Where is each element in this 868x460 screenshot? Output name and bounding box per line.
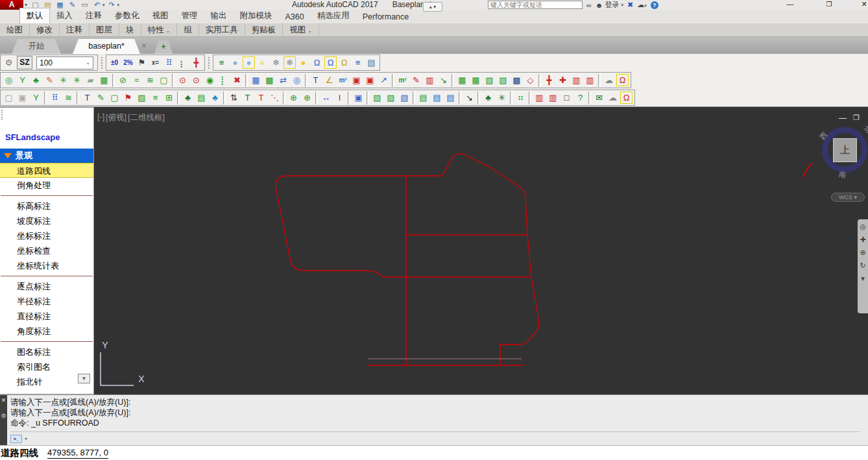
palette-item-坐标标注[interactable]: 坐标标注	[0, 228, 93, 243]
toolbar-icon[interactable]: ⇅	[227, 91, 241, 104]
ribbon-panel-修改[interactable]: 修改	[30, 23, 60, 37]
toolbar-icon[interactable]: ≈	[130, 73, 143, 87]
toolbar-icon[interactable]: T	[241, 91, 254, 104]
toolbar-icon[interactable]: Ω	[616, 73, 629, 87]
ribbon-panel-块[interactable]: 块	[119, 23, 141, 37]
ribbon-panel-组[interactable]: 组	[177, 23, 199, 37]
ribbon-tab-插入[interactable]: 插入	[50, 8, 79, 23]
ribbon-tab-附加模块[interactable]: 附加模块	[234, 8, 279, 23]
toolbar-icon[interactable]: ▥	[583, 73, 597, 87]
drawing-window-minimize-icon[interactable]: —	[839, 114, 847, 123]
drawing-window-restore-icon[interactable]: ❐	[853, 114, 860, 122]
toolbar-icon[interactable]: ▤	[444, 91, 457, 104]
app-menu-caret-icon[interactable]: ▾	[25, 2, 27, 8]
toolbar-icon[interactable]: ☁	[602, 73, 616, 87]
ribbon-panel-图层[interactable]: 图层	[90, 23, 119, 37]
toolbar-icon[interactable]: ✳	[56, 73, 70, 87]
gear-icon[interactable]: ⚙	[2, 56, 16, 69]
toolbar-icon[interactable]: ≡	[149, 91, 162, 104]
palette-item-索引图名[interactable]: 索引图名	[0, 359, 93, 374]
toolbar-icon[interactable]: ▢	[157, 73, 171, 87]
toolbar-icon[interactable]: ▧	[384, 91, 398, 104]
viewcube[interactable]: 上 北 西 南 东	[822, 127, 868, 174]
toolbar-icon[interactable]: 2%	[121, 56, 135, 69]
ribbon-tab-默认[interactable]: 默认	[19, 8, 50, 23]
command-window-tools-icon[interactable]: ⚙	[0, 413, 7, 419]
toolbar-icon[interactable]: ●	[296, 56, 310, 69]
toolbar-icon[interactable]: ♣	[181, 91, 195, 104]
palette-item-逐点标注[interactable]: 逐点标注	[0, 279, 93, 294]
command-input-row[interactable]: >_ ▾	[10, 431, 860, 444]
toolbar-icon[interactable]: ↘	[463, 91, 476, 104]
toolbar-icon[interactable]: ±0	[108, 56, 121, 69]
navbar-pan-icon[interactable]: ✚	[860, 236, 865, 243]
toolbar-icon[interactable]: ◇	[524, 73, 537, 87]
toolbar-icon[interactable]: ▣	[352, 91, 365, 104]
toolbar-icon[interactable]: □	[560, 91, 573, 104]
toolbar-icon[interactable]: T	[80, 91, 94, 104]
toolbar-icon[interactable]: ⡆	[176, 56, 189, 69]
toolbar-icon[interactable]: ▣	[16, 91, 29, 104]
help-icon[interactable]: ?	[651, 1, 658, 9]
toolbar-icon[interactable]: ▣	[350, 73, 363, 87]
file-tab-baseplan[interactable]: baseplan*	[73, 39, 140, 54]
navbar-more-icon[interactable]: ▾	[861, 275, 865, 282]
toolbar-icon[interactable]: Ω	[324, 56, 337, 69]
close-button[interactable]: ✕	[860, 0, 868, 8]
toolbar-icon[interactable]: Ω	[620, 91, 633, 104]
toolbar-grip[interactable]	[208, 57, 211, 69]
toolbar-icon[interactable]: ⡇	[217, 73, 230, 87]
toolbar-icon[interactable]: ≡	[351, 56, 365, 69]
toolbar-icon[interactable]: ⚑	[135, 56, 149, 69]
toolbar-icon[interactable]: T	[309, 73, 322, 87]
toolbar-icon[interactable]: ❄	[269, 56, 283, 69]
toolbar-icon[interactable]: ⊘	[116, 73, 130, 87]
palette-item-角度标注[interactable]: 角度标注	[0, 324, 93, 339]
toolbar-icon[interactable]: ≡	[215, 56, 228, 69]
toolbar-icon[interactable]: ♣	[481, 91, 495, 104]
toolbar-icon[interactable]: ⊕	[287, 91, 300, 104]
toolbar-icon[interactable]: ✎	[43, 73, 56, 87]
toolbar-icon[interactable]: ▰	[84, 73, 97, 87]
toolbar-icon[interactable]: Ω	[337, 56, 351, 69]
toolbar-icon[interactable]: ▦	[455, 73, 469, 87]
toolbar-icon[interactable]: ▢	[108, 91, 121, 104]
toolbar-icon[interactable]: ✖	[230, 73, 244, 87]
toolbar-icon[interactable]: ♣	[29, 73, 43, 87]
toolbar-icon[interactable]: ⋱	[268, 91, 282, 104]
toolbar-icon[interactable]: ⠿	[162, 56, 176, 69]
palette-section-header[interactable]: 景观	[0, 149, 93, 163]
toolbar-icon[interactable]: I	[333, 91, 346, 104]
palette-item-坡度标注[interactable]: 坡度标注	[0, 213, 93, 228]
signin-button[interactable]: ☻登录▾	[596, 0, 623, 10]
ribbon-tab-输出[interactable]: 输出	[204, 8, 234, 23]
exchange-apps-icon[interactable]: ✖	[627, 1, 633, 9]
toolbar-icon[interactable]: m²	[396, 73, 409, 87]
toolbar-icon[interactable]: ↗	[377, 73, 391, 87]
toolbar-icon[interactable]: Y	[29, 91, 43, 104]
ribbon-panel-剪贴板[interactable]: 剪贴板	[245, 23, 283, 37]
toolbar-icon[interactable]: ▧	[483, 73, 496, 87]
toolbar-icon[interactable]: ✚	[556, 73, 570, 87]
toolbar-icon[interactable]: ⠶	[514, 91, 527, 104]
toolbar-icon[interactable]: ●	[242, 56, 256, 69]
toolbar-icon[interactable]: T	[254, 91, 268, 104]
toolbar-icon[interactable]: ▥	[533, 91, 546, 104]
toolbar-icon[interactable]: ◎	[2, 73, 16, 87]
toolbar-icon[interactable]: ♣	[208, 91, 222, 104]
new-file-tab-button[interactable]: +	[154, 40, 173, 54]
toolbar-icon[interactable]: ▤	[416, 91, 430, 104]
toolbar-icon[interactable]: ✳	[495, 91, 509, 104]
chevron-down-icon[interactable]: ▾	[25, 436, 27, 442]
palette-item-倒角处理[interactable]: 倒角处理	[0, 178, 93, 193]
ribbon-panel-特性[interactable]: 特性⌄	[141, 23, 178, 37]
palette-scroll-down-button[interactable]: ▼	[78, 374, 90, 383]
toolbar-icon[interactable]: ●	[228, 56, 242, 69]
toolbar-icon[interactable]: ▤	[430, 91, 444, 104]
ribbon-tab-注释[interactable]: 注释	[79, 8, 108, 23]
toolbar-icon[interactable]: m²	[336, 73, 350, 87]
toolbar-icon[interactable]: ▤	[195, 91, 208, 104]
toolbar-icon[interactable]: ☁	[606, 91, 620, 104]
toolbar-icon[interactable]: ▩	[510, 73, 524, 87]
toolbar-icon[interactable]: ▨	[135, 91, 149, 104]
